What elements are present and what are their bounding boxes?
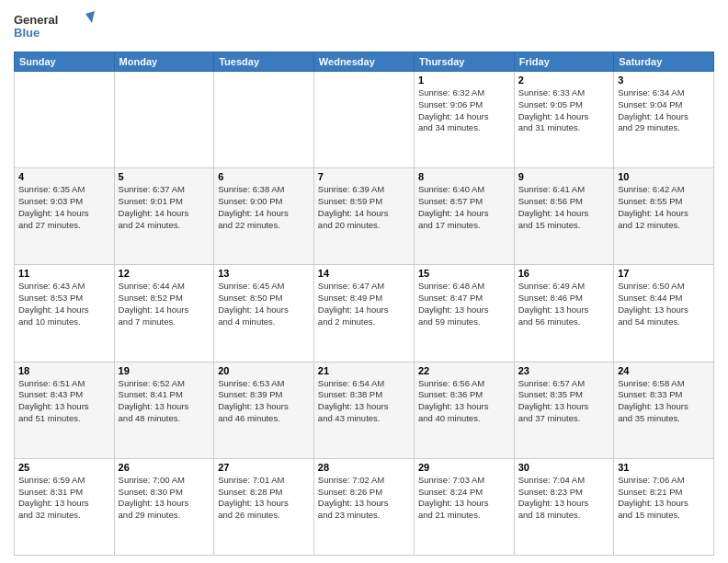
page: General Blue SundayMondayTuesdayWednesda…: [0, 0, 728, 563]
day-number: 3: [618, 75, 710, 86]
calendar-cell: 29Sunrise: 7:03 AMSunset: 8:24 PMDayligh…: [414, 458, 514, 555]
week-row-5: 25Sunrise: 6:59 AMSunset: 8:31 PMDayligh…: [15, 458, 714, 555]
day-info: Sunrise: 6:33 AMSunset: 9:05 PMDaylight:…: [518, 87, 609, 134]
day-header-sunday: Sunday: [15, 52, 115, 72]
calendar-cell: 20Sunrise: 6:53 AMSunset: 8:39 PMDayligh…: [214, 362, 314, 458]
calendar-cell: 14Sunrise: 6:47 AMSunset: 8:49 PMDayligh…: [313, 265, 414, 362]
calendar-cell: 26Sunrise: 7:00 AMSunset: 8:30 PMDayligh…: [114, 458, 214, 555]
logo-svg: General Blue: [14, 9, 97, 46]
day-info: Sunrise: 6:35 AMSunset: 9:03 PMDaylight:…: [18, 184, 110, 231]
calendar-cell: 4Sunrise: 6:35 AMSunset: 9:03 PMDaylight…: [15, 168, 115, 265]
day-info: Sunrise: 6:53 AMSunset: 8:39 PMDaylight:…: [218, 378, 310, 425]
calendar-cell: 12Sunrise: 6:44 AMSunset: 8:52 PMDayligh…: [114, 265, 214, 362]
day-info: Sunrise: 6:48 AMSunset: 8:47 PMDaylight:…: [418, 281, 510, 327]
day-number: 7: [318, 171, 410, 182]
day-number: 30: [518, 462, 609, 473]
day-info: Sunrise: 6:43 AMSunset: 8:53 PMDaylight:…: [18, 281, 110, 327]
day-info: Sunrise: 7:06 AMSunset: 8:21 PMDaylight:…: [618, 475, 710, 522]
day-number: 31: [618, 462, 710, 473]
day-info: Sunrise: 6:42 AMSunset: 8:55 PMDaylight:…: [618, 184, 710, 231]
day-header-friday: Friday: [514, 52, 613, 72]
day-number: 26: [119, 462, 210, 473]
calendar-cell: 28Sunrise: 7:02 AMSunset: 8:26 PMDayligh…: [313, 458, 414, 555]
day-number: 2: [518, 75, 609, 86]
day-info: Sunrise: 6:51 AMSunset: 8:43 PMDaylight:…: [18, 378, 110, 425]
calendar-cell: 8Sunrise: 6:40 AMSunset: 8:57 PMDaylight…: [414, 168, 514, 265]
calendar-cell: [214, 72, 314, 168]
day-info: Sunrise: 6:44 AMSunset: 8:52 PMDaylight:…: [119, 281, 210, 327]
day-header-saturday: Saturday: [614, 52, 714, 72]
day-info: Sunrise: 6:58 AMSunset: 8:33 PMDaylight:…: [618, 378, 710, 425]
day-number: 13: [218, 268, 310, 279]
week-row-2: 4Sunrise: 6:35 AMSunset: 9:03 PMDaylight…: [15, 168, 714, 265]
day-headers-row: SundayMondayTuesdayWednesdayThursdayFrid…: [15, 52, 714, 72]
day-header-thursday: Thursday: [414, 52, 514, 72]
day-number: 8: [418, 171, 510, 182]
day-info: Sunrise: 6:37 AMSunset: 9:01 PMDaylight:…: [119, 184, 210, 231]
week-row-3: 11Sunrise: 6:43 AMSunset: 8:53 PMDayligh…: [15, 265, 714, 362]
day-number: 24: [618, 365, 710, 376]
day-info: Sunrise: 7:01 AMSunset: 8:28 PMDaylight:…: [218, 475, 310, 522]
day-number: 19: [119, 365, 210, 376]
calendar-cell: 2Sunrise: 6:33 AMSunset: 9:05 PMDaylight…: [514, 72, 613, 168]
day-number: 21: [318, 365, 410, 376]
calendar-cell: 11Sunrise: 6:43 AMSunset: 8:53 PMDayligh…: [15, 265, 115, 362]
day-number: 5: [119, 171, 210, 182]
day-info: Sunrise: 6:39 AMSunset: 8:59 PMDaylight:…: [318, 184, 410, 231]
day-header-wednesday: Wednesday: [313, 52, 414, 72]
calendar-cell: 21Sunrise: 6:54 AMSunset: 8:38 PMDayligh…: [313, 362, 414, 458]
week-row-4: 18Sunrise: 6:51 AMSunset: 8:43 PMDayligh…: [15, 362, 714, 458]
calendar-cell: [313, 72, 414, 168]
week-row-1: 1Sunrise: 6:32 AMSunset: 9:06 PMDaylight…: [15, 72, 714, 168]
calendar-cell: 23Sunrise: 6:57 AMSunset: 8:35 PMDayligh…: [514, 362, 613, 458]
day-number: 17: [618, 268, 710, 279]
day-number: 10: [618, 171, 710, 182]
calendar-cell: 3Sunrise: 6:34 AMSunset: 9:04 PMDaylight…: [614, 72, 714, 168]
day-number: 28: [318, 462, 410, 473]
day-number: 22: [418, 365, 510, 376]
calendar-table: SundayMondayTuesdayWednesdayThursdayFrid…: [14, 52, 714, 556]
day-info: Sunrise: 6:57 AMSunset: 8:35 PMDaylight:…: [518, 378, 609, 425]
day-info: Sunrise: 6:52 AMSunset: 8:41 PMDaylight:…: [119, 378, 210, 425]
calendar-cell: 18Sunrise: 6:51 AMSunset: 8:43 PMDayligh…: [15, 362, 115, 458]
calendar-cell: [15, 72, 115, 168]
svg-marker-2: [85, 11, 95, 23]
calendar-cell: 24Sunrise: 6:58 AMSunset: 8:33 PMDayligh…: [614, 362, 714, 458]
calendar-cell: 7Sunrise: 6:39 AMSunset: 8:59 PMDaylight…: [313, 168, 414, 265]
calendar-cell: 27Sunrise: 7:01 AMSunset: 8:28 PMDayligh…: [214, 458, 314, 555]
day-number: 11: [18, 268, 110, 279]
header: General Blue: [14, 9, 714, 46]
day-header-tuesday: Tuesday: [214, 52, 314, 72]
calendar-cell: 9Sunrise: 6:41 AMSunset: 8:56 PMDaylight…: [514, 168, 613, 265]
day-number: 18: [18, 365, 110, 376]
calendar-cell: 5Sunrise: 6:37 AMSunset: 9:01 PMDaylight…: [114, 168, 214, 265]
logo: General Blue: [14, 9, 97, 46]
calendar-cell: 13Sunrise: 6:45 AMSunset: 8:50 PMDayligh…: [214, 265, 314, 362]
day-info: Sunrise: 6:32 AMSunset: 9:06 PMDaylight:…: [418, 87, 510, 134]
calendar-cell: 22Sunrise: 6:56 AMSunset: 8:36 PMDayligh…: [414, 362, 514, 458]
calendar-cell: 16Sunrise: 6:49 AMSunset: 8:46 PMDayligh…: [514, 265, 613, 362]
day-number: 14: [318, 268, 410, 279]
day-info: Sunrise: 7:04 AMSunset: 8:23 PMDaylight:…: [518, 475, 609, 522]
day-number: 25: [18, 462, 110, 473]
day-number: 1: [418, 75, 510, 86]
calendar-cell: 25Sunrise: 6:59 AMSunset: 8:31 PMDayligh…: [15, 458, 115, 555]
day-number: 6: [218, 171, 310, 182]
calendar-cell: [114, 72, 214, 168]
day-info: Sunrise: 6:47 AMSunset: 8:49 PMDaylight:…: [318, 281, 410, 327]
day-number: 23: [518, 365, 609, 376]
day-info: Sunrise: 6:34 AMSunset: 9:04 PMDaylight:…: [618, 87, 710, 134]
day-info: Sunrise: 7:02 AMSunset: 8:26 PMDaylight:…: [318, 475, 410, 522]
calendar-cell: 15Sunrise: 6:48 AMSunset: 8:47 PMDayligh…: [414, 265, 514, 362]
day-number: 20: [218, 365, 310, 376]
day-number: 27: [218, 462, 310, 473]
calendar-cell: 1Sunrise: 6:32 AMSunset: 9:06 PMDaylight…: [414, 72, 514, 168]
day-info: Sunrise: 6:41 AMSunset: 8:56 PMDaylight:…: [518, 184, 609, 231]
day-info: Sunrise: 6:54 AMSunset: 8:38 PMDaylight:…: [318, 378, 410, 425]
day-number: 9: [518, 171, 609, 182]
day-number: 16: [518, 268, 609, 279]
day-info: Sunrise: 7:00 AMSunset: 8:30 PMDaylight:…: [119, 475, 210, 522]
day-info: Sunrise: 6:50 AMSunset: 8:44 PMDaylight:…: [618, 281, 710, 327]
svg-text:General: General: [14, 13, 58, 27]
day-number: 29: [418, 462, 510, 473]
